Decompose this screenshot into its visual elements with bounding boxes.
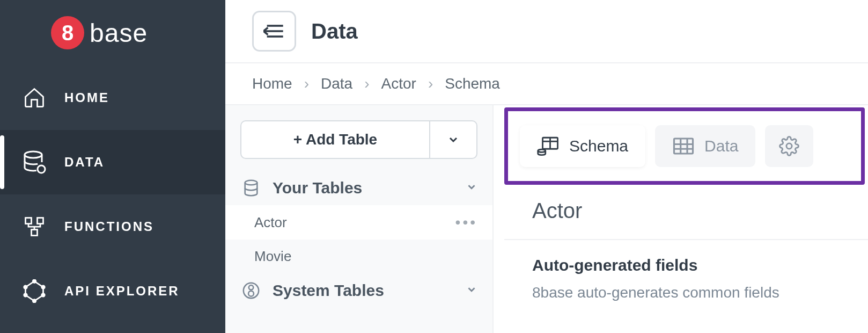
collapse-sidebar-button[interactable] [252, 11, 296, 52]
table-heading: Actor [532, 199, 868, 223]
functions-icon [21, 214, 47, 240]
svg-point-1 [38, 165, 45, 173]
detail-panel: Schema Data Actor Auto-generated fields … [494, 105, 868, 333]
svg-point-9 [33, 300, 36, 303]
main: Data Home › Data › Actor › Schema + Add … [225, 0, 868, 333]
brand-name: base [90, 18, 148, 48]
svg-rect-3 [38, 218, 43, 224]
sidebar-item-label: API EXPLORER [64, 284, 180, 299]
sidebar-item-home[interactable]: HOME [0, 66, 225, 130]
auto-generated-fields-heading: Auto-generated fields [532, 256, 868, 274]
tab-label: Schema [569, 137, 628, 155]
svg-point-11 [24, 286, 27, 289]
add-table-row: + Add Table [240, 120, 477, 159]
chevron-down-icon [466, 284, 477, 298]
svg-rect-23 [674, 139, 693, 154]
svg-point-6 [33, 280, 36, 283]
chevron-right-icon: › [304, 75, 309, 92]
sidebar-item-label: FUNCTIONS [64, 219, 154, 234]
breadcrumb: Home › Data › Actor › Schema [225, 63, 868, 105]
breadcrumb-schema: Schema [445, 75, 500, 92]
svg-marker-5 [26, 281, 43, 301]
database-icon [240, 177, 262, 199]
chevron-down-icon [447, 133, 460, 146]
svg-point-15 [245, 180, 258, 185]
sidebar-item-functions[interactable]: FUNCTIONS [0, 194, 225, 259]
brand-logo: 8 base [0, 0, 225, 66]
tab-label: Data [704, 137, 738, 155]
sidebar-item-data[interactable]: DATA [0, 130, 225, 194]
brand-badge-icon: 8 [51, 16, 84, 49]
tab-schema[interactable]: Schema [520, 125, 645, 167]
sidebar: 8 base HOME DATA FUNCTIONS API EXPLORER [0, 0, 225, 333]
sidebar-item-label: DATA [64, 155, 105, 170]
chevron-right-icon: › [364, 75, 369, 92]
breadcrumb-data[interactable]: Data [321, 75, 352, 92]
table-item-menu-button[interactable]: ••• [455, 214, 477, 231]
table-grid-icon [672, 135, 695, 157]
chevron-right-icon: › [428, 75, 433, 92]
your-tables-section[interactable]: Your Tables [225, 171, 492, 205]
gear-icon [778, 135, 800, 157]
svg-point-0 [25, 151, 42, 158]
table-item-label: Actor [254, 214, 287, 231]
topbar: Data [225, 0, 868, 63]
add-table-dropdown-button[interactable] [429, 120, 477, 159]
tab-data[interactable]: Data [655, 125, 755, 167]
svg-point-10 [24, 294, 27, 297]
tabs-highlight: Schema Data [504, 107, 865, 185]
eightbase-icon [240, 280, 262, 301]
tables-panel: + Add Table Your Tables Actor ••• Mov [225, 105, 494, 333]
svg-point-17 [249, 285, 254, 290]
sidebar-item-label: HOME [64, 90, 109, 105]
schema-icon [537, 135, 560, 157]
sidebar-item-api-explorer[interactable]: API EXPLORER [0, 259, 225, 323]
your-tables-label: Your Tables [273, 179, 455, 197]
system-tables-label: System Tables [273, 281, 455, 300]
page-title: Data [311, 19, 358, 44]
tab-settings[interactable] [765, 125, 813, 167]
table-item-actor[interactable]: Actor ••• [225, 205, 492, 240]
collapse-icon [263, 22, 285, 40]
breadcrumb-actor[interactable]: Actor [381, 75, 416, 92]
svg-point-18 [248, 291, 254, 296]
content: + Add Table Your Tables Actor ••• Mov [225, 105, 868, 333]
add-table-button[interactable]: + Add Table [240, 120, 429, 159]
svg-point-22 [538, 149, 546, 152]
svg-rect-2 [26, 218, 32, 224]
svg-point-7 [42, 286, 45, 289]
divider [504, 239, 868, 240]
svg-point-8 [42, 294, 45, 297]
svg-rect-4 [32, 230, 38, 236]
table-item-movie[interactable]: Movie [225, 240, 492, 273]
auto-generated-fields-description: 8base auto-generates common fields [532, 284, 868, 301]
chevron-down-icon [466, 181, 477, 195]
home-icon [21, 85, 47, 111]
breadcrumb-home[interactable]: Home [252, 75, 292, 92]
svg-point-28 [786, 143, 792, 149]
database-icon [21, 149, 47, 175]
system-tables-section[interactable]: System Tables [225, 273, 492, 308]
api-explorer-icon [21, 278, 47, 304]
table-item-label: Movie [254, 248, 291, 265]
